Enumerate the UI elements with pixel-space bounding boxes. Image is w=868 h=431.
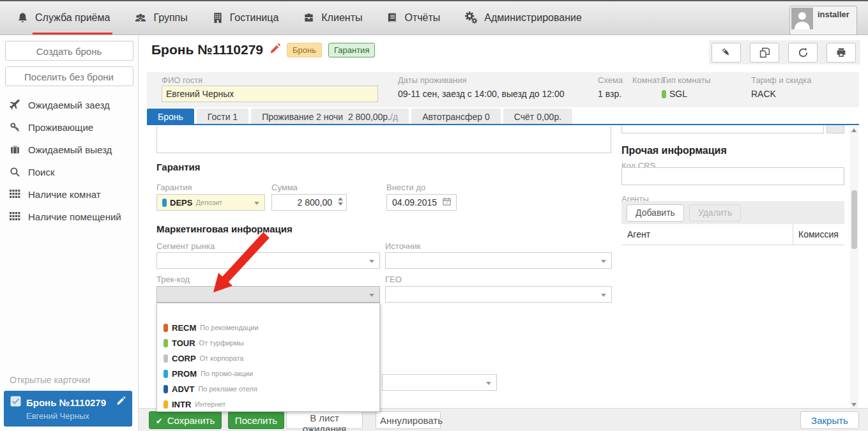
print-button[interactable] bbox=[826, 43, 856, 63]
track-code-select[interactable] bbox=[156, 286, 380, 303]
copy-button[interactable] bbox=[750, 43, 779, 63]
remove-agent-button[interactable]: Удалить bbox=[689, 204, 741, 222]
option-color-pill bbox=[164, 370, 168, 378]
sidebar-item-expected-arrival[interactable]: Ожидаемый заезд bbox=[0, 94, 138, 116]
segment-select[interactable] bbox=[156, 252, 380, 269]
source-select[interactable] bbox=[385, 252, 612, 269]
edit-title-pencil-icon[interactable] bbox=[270, 42, 280, 57]
track-option-prom[interactable]: PROM По промо-акции bbox=[157, 366, 379, 381]
sidebar-item-search[interactable]: Поиск bbox=[0, 161, 138, 183]
status-badge-guarantee: Гарантия bbox=[328, 43, 375, 57]
track-option-tour[interactable]: TOUR От турфирмы bbox=[157, 335, 379, 351]
geo-select[interactable] bbox=[385, 286, 612, 303]
nav-hotel[interactable]: Гостиница bbox=[212, 1, 280, 34]
track-option-advt[interactable]: ADVT По рекламе отеля bbox=[157, 381, 379, 397]
comment-textarea[interactable] bbox=[156, 126, 611, 153]
nav-front-office[interactable]: Служба приёма bbox=[17, 1, 111, 34]
history-button[interactable] bbox=[788, 43, 818, 63]
tab-stay[interactable]: Проживание 2 ночи 2 800,00р./д bbox=[251, 109, 409, 125]
user-menu[interactable]: installer bbox=[789, 6, 857, 35]
gears-icon bbox=[464, 11, 478, 24]
chevron-down-icon bbox=[369, 260, 374, 263]
room-type-value: SGL bbox=[662, 89, 687, 99]
guest-name-label: ФИО гостя bbox=[162, 75, 202, 85]
tab-transfer[interactable]: Автотрансфер 0 bbox=[411, 109, 501, 125]
calendar-icon[interactable]: 7 bbox=[443, 197, 451, 208]
scheme-label: Схема bbox=[598, 75, 623, 85]
guarantee-section-title: Гарантия bbox=[156, 162, 201, 172]
annul-button[interactable]: Аннулировать bbox=[376, 411, 441, 429]
tab-booking[interactable]: Бронь bbox=[147, 109, 194, 125]
sidebar: Создать бронь Поселить без брони Ожидаем… bbox=[0, 35, 139, 431]
add-agent-button[interactable]: Добавить bbox=[627, 204, 684, 222]
booking-tabs: Бронь Гости 1 Проживание 2 ночи 2 800,00… bbox=[147, 109, 575, 125]
pencil-icon[interactable] bbox=[116, 397, 126, 409]
open-cards-label: Открытые карточки bbox=[10, 375, 90, 385]
close-button[interactable]: Закрыть bbox=[800, 411, 859, 429]
checkin-without-booking-button[interactable]: Поселить без брони bbox=[5, 66, 133, 86]
marketing-section-title: Маркетинговая информация bbox=[156, 223, 293, 234]
track-option-corp[interactable]: CORP От корпората bbox=[157, 351, 379, 366]
tab-guests[interactable]: Гости 1 bbox=[197, 109, 248, 125]
stay-dates-label: Даты проживания bbox=[398, 75, 466, 85]
option-color-pill bbox=[164, 354, 168, 363]
nav-groups[interactable]: Группы bbox=[134, 1, 188, 34]
sidebar-item-label: Поиск bbox=[28, 167, 55, 178]
track-option-intr[interactable]: INTR Интернет bbox=[157, 397, 379, 412]
tab-invoice[interactable]: Счёт 0,00р. bbox=[503, 109, 572, 125]
key-icon bbox=[9, 122, 21, 133]
guarantee-color-pill bbox=[162, 199, 167, 207]
rate-label: Тариф и скидка bbox=[751, 75, 812, 85]
chevron-down-icon bbox=[601, 260, 606, 263]
scrollbar-thumb[interactable] bbox=[851, 190, 857, 249]
track-option-empty[interactable] bbox=[157, 303, 379, 320]
nav-clients[interactable]: Клиенты bbox=[303, 1, 363, 34]
waitlist-button[interactable]: В лист ожидания bbox=[286, 411, 363, 429]
nav-label: Отчёты bbox=[403, 12, 441, 24]
sidebar-item-expected-departure[interactable]: Ожидаемый выезд bbox=[0, 139, 138, 161]
room-type-color-pill bbox=[662, 90, 666, 98]
guest-name-input[interactable] bbox=[162, 86, 378, 102]
save-button[interactable]: ✔Сохранить bbox=[149, 411, 222, 429]
due-date-input[interactable]: 04.09.2015 7 bbox=[386, 194, 457, 211]
nav-label: Гостиница bbox=[229, 12, 280, 24]
open-card-booking[interactable]: Бронь №1110279 Евгений Черных bbox=[4, 391, 132, 427]
checkin-button[interactable]: Поселить bbox=[228, 411, 284, 429]
hidden-select[interactable] bbox=[382, 374, 497, 391]
nav-label: Клиенты bbox=[320, 12, 363, 24]
source-label: Источник bbox=[385, 241, 421, 251]
partial-input[interactable] bbox=[621, 125, 824, 133]
sidebar-item-label: Наличие помещений bbox=[28, 211, 121, 222]
sidebar-item-label: Наличие комнат bbox=[28, 189, 101, 200]
track-option-recm[interactable]: RECM По рекомендации bbox=[157, 320, 379, 335]
tags-button[interactable] bbox=[712, 43, 741, 63]
other-info-title: Прочая информация bbox=[621, 145, 727, 156]
option-color-pill bbox=[164, 400, 168, 409]
track-code-label: Трек-код bbox=[156, 275, 190, 284]
sidebar-item-guests-inhouse[interactable]: Проживающие bbox=[0, 116, 138, 139]
groups-icon bbox=[134, 12, 147, 24]
amount-input[interactable]: 2 800,00 bbox=[271, 194, 347, 211]
book-icon bbox=[386, 12, 398, 24]
vertical-scrollbar[interactable] bbox=[850, 126, 858, 409]
crs-code-input[interactable] bbox=[621, 167, 844, 185]
guarantee-type-select[interactable]: DEPS Депозит bbox=[156, 194, 265, 211]
bell-icon bbox=[17, 12, 29, 24]
room-type-label: Тип комнаты bbox=[662, 75, 711, 85]
scroll-up-arrow[interactable] bbox=[851, 128, 857, 132]
nav-administration[interactable]: Администрирование bbox=[464, 1, 583, 34]
open-card-title: Бронь №1110279 bbox=[26, 397, 111, 408]
grid-icon bbox=[9, 212, 21, 222]
amount-stepper[interactable] bbox=[338, 197, 343, 206]
option-color-pill bbox=[164, 324, 168, 332]
briefcase-icon bbox=[303, 12, 315, 24]
checkbox-icon[interactable] bbox=[10, 396, 21, 409]
sidebar-item-room-availability[interactable]: Наличие комнат bbox=[0, 183, 138, 206]
sidebar-item-space-availability[interactable]: Наличие помещений bbox=[0, 206, 138, 228]
amount-label: Сумма bbox=[271, 183, 298, 192]
scroll-down-arrow[interactable] bbox=[851, 403, 857, 407]
create-booking-button[interactable]: Создать бронь bbox=[5, 41, 133, 61]
partial-button[interactable] bbox=[826, 125, 844, 133]
main-content: Бронь №1110279 Бронь Гарантия ФИО гостя bbox=[139, 35, 868, 431]
nav-reports[interactable]: Отчёты bbox=[386, 1, 441, 34]
